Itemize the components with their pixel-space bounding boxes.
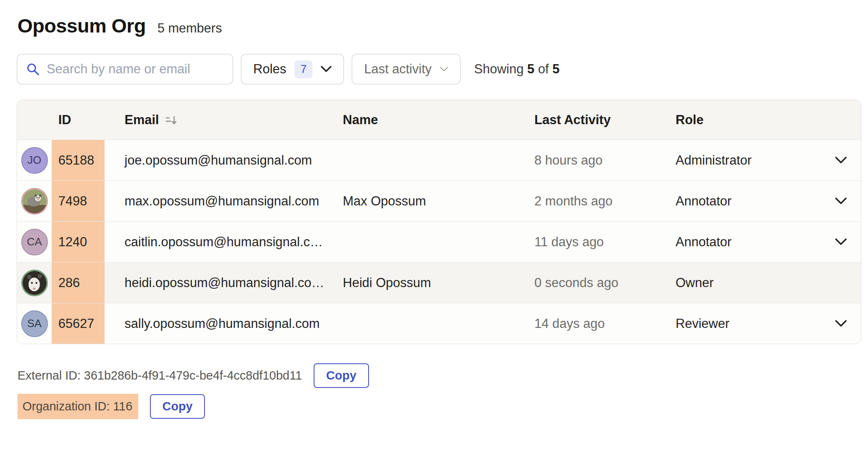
chevron-down-icon[interactable]	[835, 238, 847, 245]
column-header-id: ID	[52, 100, 105, 140]
avatar-cell: JO	[17, 140, 52, 180]
member-last-activity: 14 days ago	[534, 303, 676, 344]
organization-members-page: Opossum Org 5 members Roles 7 Last activ	[0, 0, 868, 419]
table-row: CA 1240 caitlin.opossum@humansignal.c… 1…	[17, 221, 861, 262]
table-row: SA 65627 sally.opossum@humansignal.com 1…	[17, 303, 861, 344]
member-last-activity: 11 days ago	[534, 222, 676, 262]
chevron-down-icon[interactable]	[835, 157, 847, 164]
organization-id-row: Organization ID: 116 Copy	[17, 394, 861, 419]
member-email: sally.opossum@humansignal.com	[105, 303, 343, 344]
external-id-text: External ID: 361b286b-4f91-479c-be4f-4cc…	[17, 369, 302, 382]
last-activity-filter-button[interactable]: Last activity	[352, 54, 461, 85]
member-last-activity: 0 seconds ago	[534, 262, 676, 303]
avatar: CA	[21, 229, 48, 255]
search-icon	[26, 62, 40, 76]
member-email: max.opossum@humansignal.com	[105, 181, 343, 221]
table-header-row: ID Email Name Last Activity Role	[17, 100, 861, 140]
avatar-photo	[21, 270, 48, 296]
role-dropdown[interactable]: Reviewer	[676, 303, 861, 344]
header-avatar-spacer	[17, 100, 52, 140]
copy-organization-id-button[interactable]: Copy	[150, 394, 205, 419]
copy-external-id-button[interactable]: Copy	[314, 363, 369, 388]
member-last-activity: 8 hours ago	[534, 140, 676, 180]
table-row: 7498 max.opossum@humansignal.com Max Opo…	[17, 180, 861, 221]
external-id-row: External ID: 361b286b-4f91-479c-be4f-4cc…	[17, 363, 861, 388]
member-id: 7498	[52, 181, 105, 221]
member-email: heidi.opossum@humansignal.co…	[105, 262, 343, 303]
member-name	[343, 140, 534, 180]
showing-prefix: Showing	[474, 62, 524, 76]
role-dropdown[interactable]: Administrator	[676, 140, 861, 180]
member-role: Annotator	[676, 194, 731, 209]
avatar-photo	[21, 188, 48, 215]
member-role: Administrator	[676, 153, 752, 168]
page-header: Opossum Org 5 members	[17, 14, 861, 37]
member-id: 1240	[52, 222, 105, 262]
avatar-initials: CA	[27, 235, 42, 248]
search-box[interactable]	[17, 54, 233, 85]
role-static: Owner	[676, 262, 861, 303]
role-dropdown[interactable]: Annotator	[676, 222, 861, 262]
avatar-cell: SA	[17, 303, 52, 344]
avatar: SA	[21, 310, 48, 337]
table-row-current-user: 286 heidi.opossum@humansignal.co… Heidi …	[17, 262, 861, 303]
member-role: Reviewer	[676, 316, 729, 331]
member-role: Owner	[676, 275, 713, 290]
member-email: joe.opossum@humansignal.com	[105, 140, 343, 180]
chevron-down-icon	[321, 66, 332, 72]
member-last-activity: 2 months ago	[534, 181, 676, 221]
avatar-cell: CA	[17, 222, 52, 262]
toolbar: Roles 7 Last activity Showing 5 of 5	[17, 54, 861, 85]
org-ids-footer: External ID: 361b286b-4f91-479c-be4f-4cc…	[17, 363, 861, 419]
showing-count: 5	[527, 62, 534, 76]
table-row: JO 65188 joe.opossum@humansignal.com 8 h…	[17, 140, 861, 180]
organization-id-text: Organization ID: 116	[17, 394, 138, 419]
column-header-email-label: Email	[125, 112, 159, 128]
chevron-down-icon[interactable]	[835, 198, 847, 205]
last-activity-filter-label: Last activity	[364, 62, 432, 77]
sort-descending-icon[interactable]	[164, 113, 177, 127]
member-role: Annotator	[676, 235, 731, 250]
roles-count-badge: 7	[294, 60, 312, 78]
member-name: Heidi Opossum	[343, 262, 534, 303]
column-header-email: Email	[105, 100, 343, 140]
avatar: JO	[21, 147, 48, 174]
avatar-initials: JO	[27, 154, 41, 167]
member-name	[343, 222, 534, 262]
avatar-cell	[17, 181, 52, 221]
column-header-role: Role	[676, 100, 861, 140]
roles-filter-label: Roles	[253, 62, 286, 77]
column-header-name: Name	[343, 100, 534, 140]
member-id: 286	[52, 262, 105, 303]
showing-count-text: Showing 5 of 5	[474, 62, 559, 77]
member-email: caitlin.opossum@humansignal.c…	[105, 222, 343, 262]
member-name	[343, 303, 534, 344]
roles-filter-button[interactable]: Roles 7	[241, 54, 344, 85]
chevron-down-icon[interactable]	[835, 320, 847, 327]
members-table: ID Email Name Last Activity Role	[17, 100, 861, 344]
chevron-down-icon	[440, 67, 448, 72]
avatar-initials: SA	[27, 317, 42, 330]
member-count: 5 members	[157, 21, 222, 36]
role-dropdown[interactable]: Annotator	[676, 181, 861, 221]
column-header-last-activity: Last Activity	[534, 100, 676, 140]
member-id: 65188	[52, 140, 105, 180]
member-name: Max Opossum	[343, 181, 534, 221]
page-title: Opossum Org	[17, 14, 146, 37]
search-input[interactable]	[47, 62, 224, 77]
member-id: 65627	[52, 303, 105, 344]
showing-of: of	[538, 62, 549, 76]
avatar-cell	[17, 262, 52, 303]
showing-total: 5	[552, 62, 559, 76]
